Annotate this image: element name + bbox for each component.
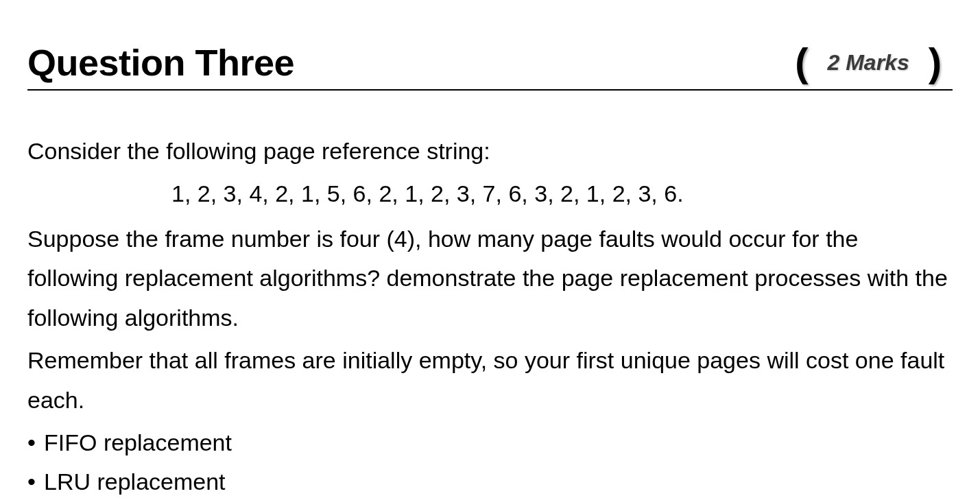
question-content: Consider the following page reference st… [27,132,953,498]
intro-text: Consider the following page reference st… [27,132,953,171]
page-reference-string: 1, 2, 3, 4, 2, 1, 5, 6, 2, 1, 2, 3, 7, 6… [27,174,953,214]
instruction-paragraph-1: Suppose the frame number is four (4), ho… [27,220,953,338]
instruction-paragraph-2: Remember that all frames are initially e… [27,341,953,420]
bracket-left-icon: ( [795,43,808,82]
question-header: Question Three ( 2 Marks ) [27,41,953,91]
bracket-right-icon: ) [929,43,942,82]
list-item: FIFO replacement [27,423,953,463]
marks-badge: ( 2 Marks ) [784,43,953,82]
question-title: Question Three [27,41,294,84]
list-item: LRU replacement [27,462,953,498]
marks-label: 2 Marks [808,50,928,75]
algorithm-list: FIFO replacement LRU replacement [27,423,953,498]
